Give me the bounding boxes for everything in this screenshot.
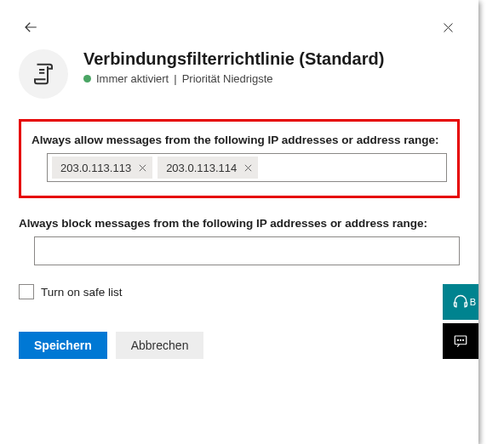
allow-label: Always allow messages from the following…	[32, 134, 447, 146]
close-icon	[442, 21, 455, 34]
ip-chip: 203.0.113.113	[52, 157, 152, 179]
block-label: Always block messages from the following…	[19, 217, 460, 230]
close-icon	[138, 163, 147, 173]
allow-ip-input[interactable]: 203.0.113.113203.0.113.114	[47, 153, 447, 182]
help-widget-label: B	[470, 297, 476, 307]
top-bar	[19, 15, 460, 39]
block-ip-textfield[interactable]	[35, 237, 459, 265]
safelist-checkbox[interactable]	[19, 284, 34, 299]
ip-chip: 203.0.113.114	[158, 157, 258, 179]
safelist-label: Turn on safe list	[41, 286, 123, 299]
separator: |	[174, 72, 176, 85]
page-title: Verbindungsfilterrichtlinie (Standard)	[83, 49, 384, 69]
feedback-widget[interactable]	[443, 323, 478, 359]
arrow-left-icon	[23, 20, 38, 35]
ip-chip-text: 203.0.113.114	[166, 162, 237, 174]
scroll-icon	[31, 61, 56, 87]
allow-ip-textfield[interactable]	[263, 154, 442, 181]
chip-remove-button[interactable]	[138, 163, 147, 173]
svg-point-1	[458, 339, 459, 340]
header-text: Verbindungsfilterrichtlinie (Standard) I…	[83, 49, 384, 85]
block-section: Always block messages from the following…	[19, 217, 460, 265]
back-button[interactable]	[19, 15, 43, 39]
status-row: Immer aktiviert | Priorität Niedrigste	[83, 72, 384, 85]
chat-icon	[453, 333, 468, 349]
status-dot-icon	[83, 75, 91, 83]
svg-point-3	[463, 339, 464, 340]
safelist-row: Turn on safe list	[19, 284, 460, 299]
close-button[interactable]	[436, 15, 460, 39]
allow-section-highlight: Always allow messages from the following…	[19, 119, 460, 198]
priority-text: Priorität Niedrigste	[182, 72, 273, 85]
cancel-button[interactable]: Abbrechen	[116, 332, 204, 359]
svg-point-2	[461, 339, 461, 340]
status-text: Immer aktiviert	[96, 72, 169, 85]
block-ip-input[interactable]	[34, 236, 460, 265]
settings-flyout: Verbindungsfilterrichtlinie (Standard) I…	[0, 0, 478, 444]
button-row: Speichern Abbrechen	[19, 332, 460, 359]
close-icon	[243, 163, 253, 173]
header: Verbindungsfilterrichtlinie (Standard) I…	[19, 49, 460, 99]
chip-remove-button[interactable]	[243, 163, 253, 173]
save-button[interactable]: Speichern	[19, 332, 107, 359]
headset-icon	[452, 293, 469, 310]
help-widget[interactable]: B	[443, 284, 478, 320]
policy-avatar	[19, 49, 68, 99]
ip-chip-text: 203.0.113.113	[60, 162, 131, 174]
